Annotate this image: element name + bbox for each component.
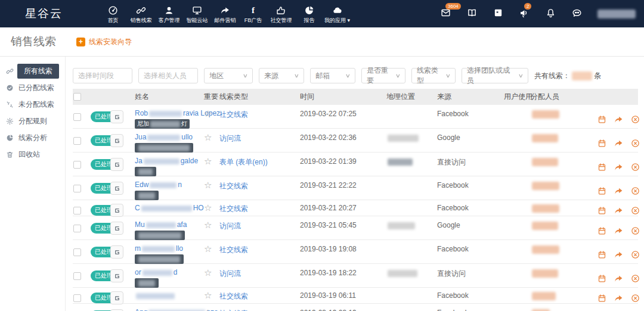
select-all-checkbox[interactable] bbox=[73, 93, 81, 101]
remove-icon[interactable] bbox=[631, 245, 640, 265]
forward-icon[interactable] bbox=[614, 110, 623, 129]
sidebar-item-回收站[interactable]: 回收站 bbox=[0, 146, 65, 163]
lead-wizard-link[interactable]: + 线索安装向导 bbox=[76, 37, 132, 47]
lead-name-link[interactable]: mllo bbox=[135, 244, 183, 253]
lead-name-link[interactable]: Muafa bbox=[135, 220, 187, 229]
forward-icon[interactable] bbox=[614, 269, 623, 288]
forward-icon[interactable] bbox=[614, 157, 623, 177]
star-toggle[interactable]: ☆ bbox=[204, 156, 212, 167]
nav-item-报告[interactable]: 报告 bbox=[295, 3, 323, 24]
filter-select-来源[interactable]: 来源 ∨ bbox=[259, 68, 304, 83]
lead-type-link[interactable]: 社交线索 bbox=[219, 110, 248, 119]
calendar-icon[interactable] bbox=[597, 245, 606, 265]
forward-icon[interactable] bbox=[614, 309, 623, 311]
lead-name-link[interactable] bbox=[135, 291, 176, 300]
sidebar-item-未分配线索[interactable]: 未分配线索 bbox=[0, 96, 65, 113]
forward-icon[interactable] bbox=[614, 181, 623, 201]
remove-icon[interactable] bbox=[631, 204, 640, 217]
star-toggle[interactable]: ☆ bbox=[204, 180, 212, 191]
forward-icon[interactable] bbox=[614, 133, 623, 153]
nav-item-FB广告[interactable]: f FB广告 bbox=[239, 3, 267, 24]
star-toggle[interactable]: ☆ bbox=[204, 108, 212, 119]
lead-type-link[interactable]: 访问流 bbox=[219, 222, 241, 230]
remove-icon[interactable] bbox=[631, 157, 640, 177]
lead-type-link[interactable]: 社交线索 bbox=[219, 292, 248, 300]
calendar-icon[interactable] bbox=[597, 204, 606, 217]
sidebar-item-分配规则[interactable]: 分配规则 bbox=[0, 113, 65, 129]
calendar-icon[interactable] bbox=[597, 309, 606, 311]
row-checkbox[interactable] bbox=[73, 248, 81, 256]
filter-select-选择团队或成员[interactable]: 选择团队或成员 ∨ bbox=[462, 68, 528, 83]
star-toggle[interactable]: ☆ bbox=[204, 290, 212, 301]
filter-input-选择相关人员[interactable] bbox=[138, 68, 198, 83]
star-toggle[interactable]: ☆ bbox=[204, 132, 212, 143]
lead-type-link[interactable]: 访问流 bbox=[219, 269, 241, 278]
filter-select-邮箱[interactable]: 邮箱 ∨ bbox=[310, 68, 355, 83]
megaphone-icon-button[interactable]: 2 bbox=[519, 8, 530, 20]
nav-item-销售线索[interactable]: 销售线索 bbox=[127, 3, 155, 24]
lead-type-link[interactable]: 社交线索 bbox=[219, 245, 248, 254]
row-checkbox[interactable] bbox=[73, 185, 81, 192]
nav-item-智能云站[interactable]: 智能云站 bbox=[183, 3, 211, 24]
filter-select-是否重要[interactable]: 是否重要 ∨ bbox=[361, 68, 405, 83]
star-toggle[interactable]: ☆ bbox=[204, 220, 212, 231]
nav-item-我的应用[interactable]: 我的应用 ▾ bbox=[323, 3, 351, 24]
remove-icon[interactable] bbox=[631, 269, 640, 288]
lead-name-link[interactable]: ord bbox=[135, 268, 177, 276]
row-checkbox[interactable] bbox=[73, 272, 81, 280]
remove-icon[interactable] bbox=[631, 291, 640, 304]
nav-item-邮件营销[interactable]: 邮件营销 bbox=[211, 3, 239, 24]
calendar-icon[interactable] bbox=[597, 181, 606, 201]
remove-icon[interactable] bbox=[631, 110, 640, 129]
chat-icon-button[interactable] bbox=[572, 8, 582, 20]
filter-select-线索类型[interactable]: 线索类型 ∨ bbox=[411, 68, 456, 83]
calendar-icon[interactable] bbox=[597, 157, 606, 177]
row-checkbox[interactable] bbox=[73, 207, 81, 214]
nav-item-社交管理[interactable]: 社交管理 bbox=[267, 3, 295, 24]
user-account-blur[interactable] bbox=[597, 10, 636, 18]
calendar-icon[interactable] bbox=[597, 291, 606, 304]
lead-type-link[interactable]: 社交线索 bbox=[219, 182, 248, 190]
remove-icon[interactable] bbox=[631, 181, 640, 201]
panel-icon-button[interactable] bbox=[493, 8, 503, 20]
row-checkbox[interactable] bbox=[73, 113, 81, 121]
sidebar-item-已分配线索[interactable]: 已分配线索 bbox=[0, 79, 65, 96]
nav-item-客户管理[interactable]: 客户管理 bbox=[155, 3, 183, 24]
row-checkbox[interactable] bbox=[73, 137, 81, 145]
star-toggle[interactable]: ☆ bbox=[204, 307, 212, 311]
forward-icon[interactable] bbox=[614, 245, 623, 265]
calendar-icon[interactable] bbox=[597, 133, 606, 153]
sidebar-item-所有线索[interactable]: 所有线索 bbox=[0, 63, 65, 79]
bell-icon-button[interactable] bbox=[546, 8, 556, 20]
forward-icon[interactable] bbox=[614, 221, 623, 241]
lead-name-link[interactable]: Juaullo bbox=[135, 133, 193, 141]
lead-type-link[interactable]: 表单 (表单(en)) bbox=[219, 158, 268, 166]
row-checkbox[interactable] bbox=[73, 161, 81, 169]
remove-icon[interactable] bbox=[631, 309, 640, 311]
calendar-icon[interactable] bbox=[597, 110, 606, 129]
book-icon-button[interactable] bbox=[467, 8, 477, 20]
nav-item-首页[interactable]: 首页 bbox=[99, 3, 127, 24]
forward-icon[interactable] bbox=[614, 204, 623, 217]
star-toggle[interactable]: ☆ bbox=[204, 203, 212, 213]
row-checkbox[interactable] bbox=[73, 294, 81, 302]
lead-name-link[interactable]: Edwn bbox=[135, 181, 182, 189]
remove-icon[interactable] bbox=[631, 133, 640, 153]
row-actions bbox=[595, 153, 640, 177]
calendar-icon[interactable] bbox=[597, 269, 606, 288]
forward-icon[interactable] bbox=[614, 291, 623, 304]
remove-icon[interactable] bbox=[631, 221, 640, 241]
lead-type-link[interactable]: 访问流 bbox=[219, 134, 241, 142]
lead-name-link[interactable]: Jagalde bbox=[135, 157, 198, 165]
mail-icon-button[interactable]: 3604 bbox=[441, 8, 451, 20]
lead-name-link[interactable]: CHO bbox=[135, 204, 204, 212]
sidebar-item-线索分析[interactable]: 线索分析 bbox=[0, 129, 65, 146]
star-toggle[interactable]: ☆ bbox=[204, 268, 212, 278]
star-toggle[interactable]: ☆ bbox=[204, 244, 212, 254]
filter-select-地区[interactable]: 地区 ∨ bbox=[204, 68, 253, 83]
filter-input-选择时间段[interactable] bbox=[73, 68, 132, 83]
brand-logo[interactable]: 星谷云 bbox=[0, 6, 76, 21]
row-checkbox[interactable] bbox=[73, 225, 81, 232]
calendar-icon[interactable] bbox=[597, 221, 606, 241]
lead-type-link[interactable]: 社交线索 bbox=[219, 204, 248, 213]
